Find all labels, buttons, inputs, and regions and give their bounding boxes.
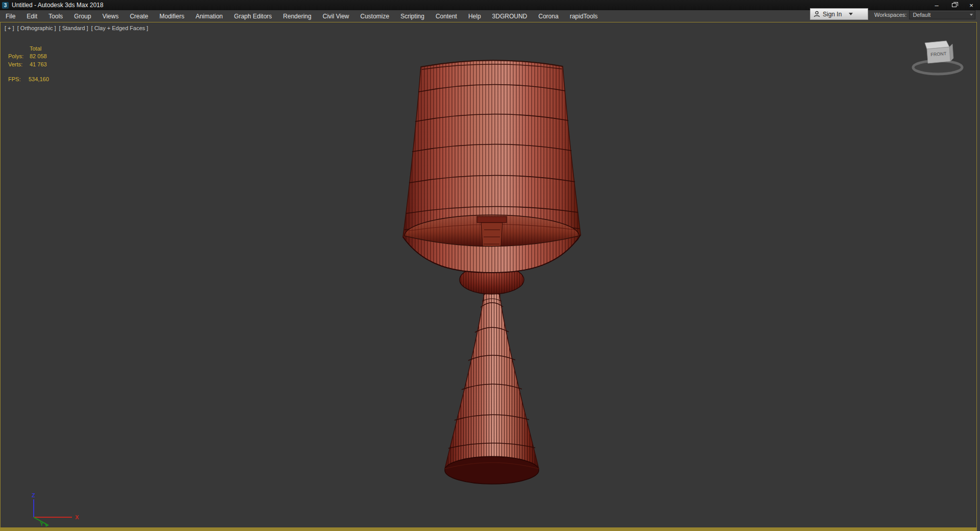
restore-button[interactable] xyxy=(945,0,963,10)
viewport-label: [ + ] [ Orthographic ] [ Standard ] [ Cl… xyxy=(5,25,150,31)
sign-in-button[interactable]: Sign In xyxy=(810,8,868,20)
user-icon xyxy=(814,11,820,17)
menu-modifiers[interactable]: Modifiers xyxy=(154,10,190,22)
menu-corona[interactable]: Corona xyxy=(533,10,564,22)
sign-in-label: Sign In xyxy=(823,11,842,18)
stats-verts-value: 41 763 xyxy=(30,61,47,68)
workspaces-dropdown-arrow[interactable] xyxy=(967,11,975,19)
fps-label: FPS: xyxy=(8,76,29,82)
stats-polys-value: 82 058 xyxy=(30,53,47,60)
view-cube[interactable]: FRONT xyxy=(895,28,972,84)
menu-3dground[interactable]: 3DGROUND xyxy=(487,10,533,22)
viewport-canvas[interactable]: [ + ] [ Orthographic ] [ Standard ] [ Cl… xyxy=(0,22,977,531)
viewport-menu-renderer[interactable]: [ Standard ] xyxy=(59,25,88,31)
workspaces-control: Workspaces: Default xyxy=(874,10,975,19)
menu-edit[interactable]: Edit xyxy=(21,10,43,22)
workspaces-dropdown[interactable]: Default xyxy=(909,10,975,19)
y-axis-label: Y xyxy=(40,521,44,527)
3ds-max-logo-icon: 3 xyxy=(2,2,9,9)
fps-counter: FPS: 534,160 xyxy=(8,76,49,82)
viewport-menu-shading[interactable]: [ Clay + Edged Faces ] xyxy=(91,25,149,31)
sign-in-dropdown-icon xyxy=(849,13,853,15)
menu-tools[interactable]: Tools xyxy=(43,10,68,22)
menu-views[interactable]: Views xyxy=(97,10,124,22)
menu-graph-editors[interactable]: Graph Editors xyxy=(228,10,277,22)
lamp-base-bottom xyxy=(445,456,539,484)
fps-value: 534,160 xyxy=(29,76,49,82)
menu-rapidtools[interactable]: rapidTools xyxy=(564,10,604,22)
lamp-base-cone xyxy=(445,290,539,469)
restore-icon xyxy=(952,3,957,7)
axis-gizmo: Z X Y xyxy=(11,491,87,529)
menu-animation[interactable]: Animation xyxy=(190,10,228,22)
stats-verts-label: Verts: xyxy=(8,61,30,68)
menu-scripting[interactable]: Scripting xyxy=(395,10,430,22)
menu-customize[interactable]: Customize xyxy=(355,10,395,22)
menu-group[interactable]: Group xyxy=(68,10,97,22)
workspaces-value: Default xyxy=(913,12,930,18)
close-button[interactable]: × xyxy=(963,0,980,10)
window-title: Untitled - Autodesk 3ds Max 2018 xyxy=(12,2,103,9)
menu-file[interactable]: File xyxy=(0,10,21,22)
minimize-button[interactable]: – xyxy=(928,0,945,10)
stats-polys-label: Polys: xyxy=(8,53,30,60)
menu-civil-view[interactable]: Civil View xyxy=(317,10,355,22)
chevron-down-icon xyxy=(970,14,973,16)
x-axis-label: X xyxy=(75,514,79,520)
view-cube-cube[interactable]: FRONT xyxy=(925,41,953,63)
lamp-model[interactable] xyxy=(378,43,613,498)
menu-create[interactable]: Create xyxy=(124,10,154,22)
statistics-panel: Total Polys: 82 058 Verts: 41 763 xyxy=(8,45,47,68)
viewport-menu-general[interactable]: [ + ] xyxy=(5,25,14,31)
menu-rendering[interactable]: Rendering xyxy=(277,10,317,22)
stats-header: Total xyxy=(30,45,41,53)
menu-help[interactable]: Help xyxy=(463,10,487,22)
app-window: 3 Untitled - Autodesk 3ds Max 2018 – × F… xyxy=(0,0,980,531)
workspaces-label: Workspaces: xyxy=(874,12,906,18)
z-axis-label: Z xyxy=(32,492,35,498)
viewport-menu-pov[interactable]: [ Orthographic ] xyxy=(17,25,56,31)
menu-content[interactable]: Content xyxy=(430,10,463,22)
